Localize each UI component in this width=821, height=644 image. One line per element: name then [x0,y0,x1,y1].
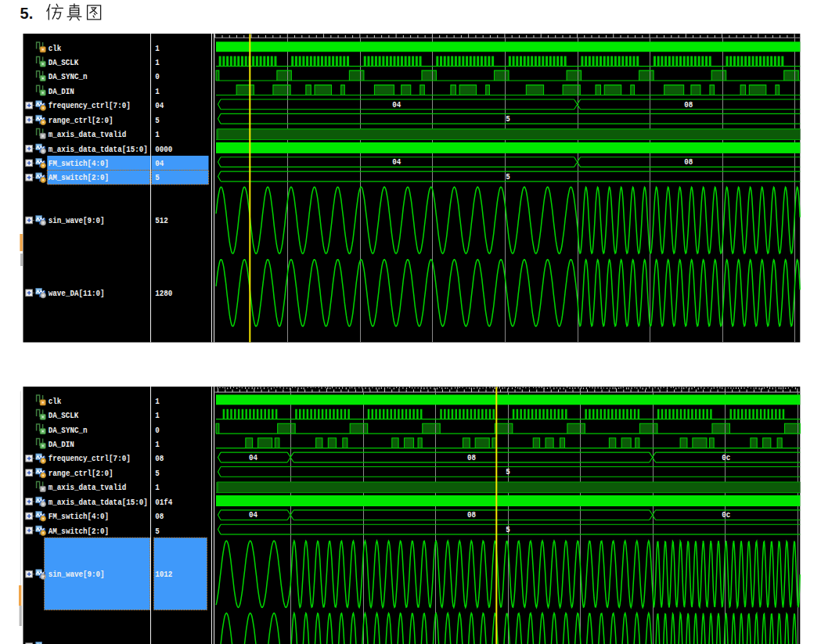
svg-text:5: 5 [506,173,510,182]
svg-text:04: 04 [392,158,401,167]
svg-text:DA_SCLK: DA_SCLK [49,58,79,67]
svg-text:range_ctrl[2:0]: range_ctrl[2:0] [49,469,113,478]
svg-text:sin_wave[9:0]: sin_wave[9:0] [49,216,105,225]
svg-text:clk: clk [49,44,62,53]
svg-text:0: 0 [155,426,160,435]
svg-text:5: 5 [506,468,510,477]
svg-text:0c: 0c [722,511,730,520]
svg-text:m_axis_data_tdata[15:0]: m_axis_data_tdata[15:0] [49,498,148,507]
svg-text:m_axis_data_tvalid: m_axis_data_tvalid [49,483,126,492]
svg-text:DA_SYNC_n: DA_SYNC_n [49,426,88,435]
svg-text:sin_wave[9:0]: sin_wave[9:0] [49,570,105,579]
svg-text:FM_swtich[4:0]: FM_swtich[4:0] [49,159,109,168]
svg-text:0c: 0c [722,454,730,462]
svg-text:AM_switch[2:0]: AM_switch[2:0] [49,173,109,182]
svg-text:1012: 1012 [155,570,172,579]
svg-text:1: 1 [155,411,160,420]
svg-text:04: 04 [155,101,164,110]
svg-text:DA_DIN: DA_DIN [49,87,74,96]
svg-text:5: 5 [155,469,160,478]
svg-text:08: 08 [467,454,476,462]
svg-text:0: 0 [155,72,160,81]
svg-text:5: 5 [155,173,160,182]
svg-text:5: 5 [506,115,510,124]
svg-text:08: 08 [467,511,476,520]
svg-text:clk: clk [49,397,62,406]
svg-text:1280: 1280 [155,289,172,298]
svg-text:5: 5 [155,116,160,125]
svg-text:AM_switch[2:0]: AM_switch[2:0] [49,527,109,536]
svg-text:08: 08 [684,101,693,110]
svg-text:1: 1 [155,483,160,492]
svg-text:DA_DIN: DA_DIN [49,440,74,449]
svg-text:1: 1 [155,397,160,406]
svg-text:08: 08 [155,512,164,521]
svg-text:FM_swtich[4:0]: FM_swtich[4:0] [49,512,109,521]
svg-text:04: 04 [392,101,401,110]
svg-text:wave_DA[11:0]: wave_DA[11:0] [49,289,105,298]
svg-text:1: 1 [155,58,160,67]
svg-text:04: 04 [155,159,164,168]
svg-text:04: 04 [249,454,257,462]
svg-text:m_axis_data_tdata[15:0]: m_axis_data_tdata[15:0] [49,145,148,154]
svg-text:range_ctrl[2:0]: range_ctrl[2:0] [49,116,113,125]
svg-text:frequency_ctrl[7:0]: frequency_ctrl[7:0] [49,101,131,110]
svg-text:5: 5 [155,527,160,536]
svg-text:512: 512 [155,216,168,225]
svg-text:1: 1 [155,44,160,53]
svg-text:08: 08 [684,158,693,167]
svg-text:m_axis_data_tvalid: m_axis_data_tvalid [49,130,126,139]
svg-text:01f4: 01f4 [155,498,173,507]
svg-text:1: 1 [155,130,160,139]
svg-text:04: 04 [249,511,257,520]
svg-text:DA_SYNC_n: DA_SYNC_n [49,72,88,81]
svg-text:1: 1 [155,440,160,449]
svg-text:frequency_ctrl[7:0]: frequency_ctrl[7:0] [49,454,131,463]
svg-text:08: 08 [155,454,164,463]
svg-text:5.: 5. [20,5,34,22]
svg-text:DA_SCLK: DA_SCLK [49,411,79,420]
svg-text:0000: 0000 [155,145,172,154]
svg-text:1: 1 [155,87,160,96]
svg-text:5: 5 [506,526,510,534]
